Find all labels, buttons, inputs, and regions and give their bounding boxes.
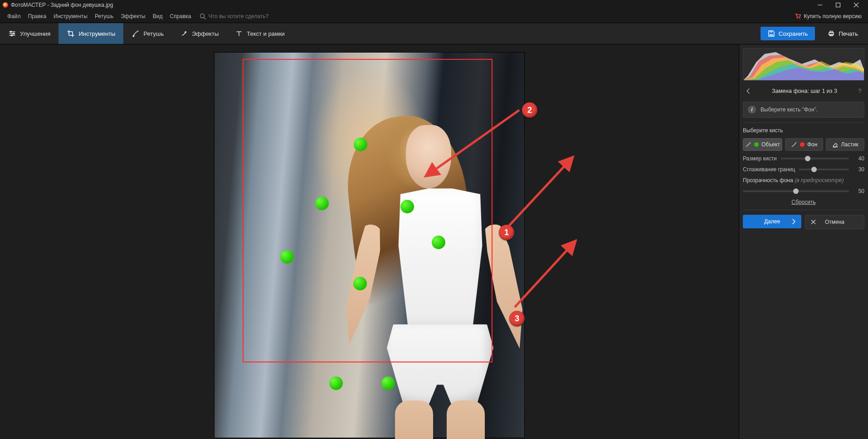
app-icon (3, 2, 8, 8)
cancel-label: Отмена (825, 219, 844, 225)
menubar: Файл Правка Инструменты Ретушь Эффекты В… (0, 10, 868, 23)
red-dot-icon (800, 142, 805, 147)
window-title: ФотоМАСТЕР - Задний фон девушка.jpg (11, 2, 113, 8)
object-marker-dot (400, 200, 414, 213)
reset-label: Сбросить (791, 199, 815, 205)
tab-enhance[interactable]: Улучшения (0, 23, 59, 44)
tabbar: Улучшения Инструменты Ретушь Эффекты Тек… (0, 23, 868, 44)
object-marker-dot (432, 236, 445, 249)
green-dot-icon (754, 142, 759, 147)
brush-object-label: Объект (761, 141, 780, 148)
choose-brush-label: Выберите кисть (743, 127, 864, 134)
panel-help-button[interactable]: ? (855, 88, 864, 94)
menu-file[interactable]: Файл (4, 10, 24, 23)
search-icon (200, 13, 206, 19)
object-marker-dot (315, 197, 329, 210)
histogram (743, 48, 864, 81)
brush-icon (132, 29, 140, 38)
panel-hint: i Выберите кисть "Фон". (743, 101, 864, 118)
tab-retouch-label: Ретушь (143, 30, 164, 37)
object-marker-dot (280, 250, 294, 264)
close-icon (853, 2, 859, 8)
brush-bg-button[interactable]: Фон (785, 138, 824, 151)
window-maximize-button[interactable] (829, 0, 847, 10)
histogram-chart (743, 48, 864, 80)
next-button[interactable]: Далее (743, 215, 801, 228)
brush-eraser-button[interactable]: Ластик (826, 138, 864, 151)
annotation-marker-2: 2 (522, 102, 537, 118)
menu-help[interactable]: Справка (166, 10, 195, 23)
subject-leg-left (395, 400, 433, 439)
tab-tools-label: Инструменты (78, 30, 115, 37)
save-icon (768, 30, 775, 37)
edge-smooth-label: Сглаживание границ (743, 166, 795, 173)
menu-search-placeholder: Что вы хотите сделать? (209, 13, 269, 19)
chevron-left-icon (746, 88, 751, 94)
edge-smooth-value: 30 (853, 166, 864, 173)
brush-bg-label: Фон (807, 141, 817, 148)
menu-tools[interactable]: Инструменты (50, 10, 91, 23)
tab-effects[interactable]: Эффекты (172, 23, 227, 44)
print-button[interactable]: Печать (820, 27, 865, 40)
buy-full-version-label: Купить полную версию (804, 13, 862, 19)
bg-opacity-label: Прозрачность фона (743, 177, 793, 183)
bg-opacity-value: 50 (853, 188, 864, 194)
maximize-icon (835, 2, 841, 8)
tab-text-label: Текст и рамки (247, 30, 285, 37)
menu-retouch[interactable]: Ретушь (91, 10, 117, 23)
cancel-button[interactable]: Отмена (805, 215, 864, 229)
svg-point-6 (797, 18, 798, 19)
selection-rectangle (243, 59, 493, 362)
object-marker-dot (381, 376, 395, 390)
panel-title: Замена фона: шаг 1 из 3 (754, 88, 855, 94)
tab-retouch[interactable]: Ретушь (123, 23, 172, 44)
svg-line-5 (204, 18, 205, 19)
brush-object-button[interactable]: Объект (743, 138, 782, 151)
brush-size-slider[interactable] (780, 158, 849, 159)
subject-leg-right (447, 400, 485, 439)
bg-opacity-row: 50 (743, 188, 864, 194)
menu-edit[interactable]: Правка (24, 10, 50, 23)
tab-text[interactable]: Текст и рамки (227, 23, 293, 44)
menu-effects[interactable]: Эффекты (117, 10, 149, 23)
svg-rect-17 (830, 31, 833, 33)
bg-opacity-note: (в предпросмотре) (795, 177, 844, 183)
chevron-right-icon (791, 219, 796, 224)
save-button-label: Сохранить (779, 30, 808, 37)
canvas-area[interactable]: 1 2 3 (0, 44, 739, 439)
svg-rect-15 (770, 34, 773, 36)
text-icon (235, 29, 243, 38)
brush-size-value: 40 (853, 155, 864, 162)
bg-opacity-label-row: Прозрачность фона (в предпросмотре) (743, 177, 864, 183)
sliders-icon (8, 29, 16, 38)
save-button[interactable]: Сохранить (761, 27, 815, 40)
brush-select-group: Объект Фон Ластик (743, 138, 864, 151)
edge-smooth-slider[interactable] (799, 169, 849, 170)
tab-tools[interactable]: Инструменты (59, 23, 123, 44)
minimize-icon (817, 2, 823, 8)
window-minimize-button[interactable] (811, 0, 829, 10)
object-marker-dot (353, 277, 367, 290)
window-close-button[interactable] (847, 0, 865, 10)
bg-opacity-slider[interactable] (743, 190, 849, 192)
info-icon: i (748, 106, 756, 114)
titlebar: ФотоМАСТЕР - Задний фон девушка.jpg (0, 0, 868, 10)
brush-bg-icon (791, 141, 797, 148)
tab-enhance-label: Улучшения (20, 30, 50, 37)
buy-full-version-button[interactable]: Купить полную версию (795, 13, 864, 19)
cart-icon (795, 13, 801, 19)
panel-hint-text: Выберите кисть "Фон". (761, 106, 818, 113)
panel-back-button[interactable] (743, 87, 754, 95)
menu-view[interactable]: Вид (149, 10, 166, 23)
right-panel: Замена фона: шаг 1 из 3 ? i Выберите кис… (739, 44, 868, 439)
reset-button[interactable]: Сбросить (743, 199, 864, 205)
object-marker-dot (354, 138, 367, 151)
close-icon (811, 220, 816, 225)
print-icon (828, 30, 835, 37)
panel-header: Замена фона: шаг 1 из 3 ? (743, 85, 864, 97)
menu-search[interactable]: Что вы хотите сделать? (200, 13, 269, 19)
image-canvas[interactable] (215, 53, 524, 438)
edge-smooth-row: Сглаживание границ 30 (743, 166, 864, 173)
next-label: Далее (764, 218, 780, 225)
brush-object-icon (745, 141, 751, 148)
